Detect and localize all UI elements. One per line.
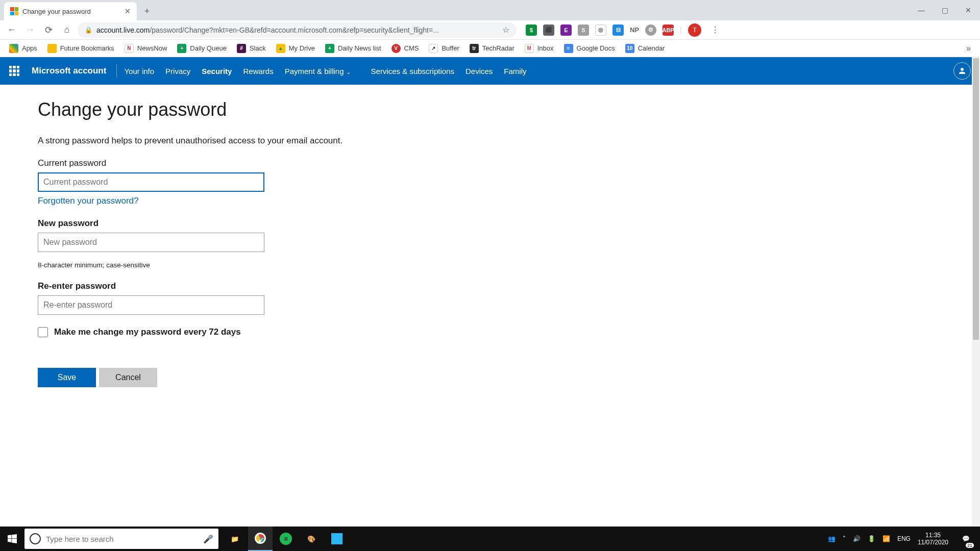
extension-icon[interactable]: ⬛ bbox=[543, 24, 554, 36]
cortana-icon bbox=[30, 533, 41, 544]
nav-payment-billing[interactable]: Payment & billing⌄ bbox=[285, 67, 351, 76]
current-password-group: Current password Forgotten your password… bbox=[38, 158, 980, 206]
file-explorer-icon[interactable]: 📁 bbox=[223, 527, 247, 551]
address-bar[interactable]: 🔒 account.live.com/password/Change?mkt=e… bbox=[78, 22, 517, 38]
nav-family[interactable]: Family bbox=[504, 67, 526, 76]
browser-tab-strip: Change your password ✕ + — ▢ ✕ bbox=[0, 0, 980, 20]
back-button[interactable]: ← bbox=[4, 22, 19, 38]
save-button[interactable]: Save bbox=[38, 368, 96, 387]
bookmark-item[interactable]: MInbox bbox=[525, 44, 554, 53]
button-row: Save Cancel bbox=[38, 368, 980, 387]
taskbar-apps: 📁 ≡ 🎨 bbox=[223, 527, 349, 551]
nav-devices[interactable]: Devices bbox=[465, 67, 493, 76]
bookmark-item[interactable]: ↗Buffer bbox=[429, 44, 459, 53]
extension-icon[interactable]: $ bbox=[526, 24, 537, 36]
spotify-icon[interactable]: ≡ bbox=[274, 527, 298, 551]
volume-icon[interactable]: 🔊 bbox=[853, 535, 861, 542]
new-password-input[interactable] bbox=[38, 233, 264, 252]
paint-icon[interactable]: 🎨 bbox=[299, 527, 324, 551]
change-every-72-days-checkbox[interactable] bbox=[38, 327, 48, 337]
app-launcher-icon[interactable] bbox=[9, 66, 19, 76]
tab-title: Change your password bbox=[22, 8, 120, 15]
chrome-icon[interactable] bbox=[248, 527, 273, 551]
microsoft-favicon bbox=[10, 7, 18, 15]
new-password-group: New password 8-character minimum; case-s… bbox=[38, 218, 980, 269]
bookmark-item[interactable]: 10Calendar bbox=[625, 44, 665, 53]
maximize-button[interactable]: ▢ bbox=[933, 2, 957, 18]
minimize-button[interactable]: — bbox=[910, 2, 933, 18]
forgot-password-link[interactable]: Forgotten your password? bbox=[38, 196, 139, 206]
bookmark-star-icon[interactable]: ☆ bbox=[502, 25, 509, 35]
change-every-72-days-row[interactable]: Make me change my password every 72 days bbox=[38, 327, 980, 337]
extension-icons: $ ⬛ E S ◎ ⊟ NP ⚙ ABP | T ⋮ bbox=[526, 22, 723, 38]
bookmark-item[interactable]: Future Bookmarks bbox=[47, 44, 114, 53]
browser-toolbar: ← → ⟳ ⌂ 🔒 account.live.com/password/Chan… bbox=[0, 20, 980, 40]
bookmark-item[interactable]: #Slack bbox=[237, 44, 266, 53]
ms-account-header: Microsoft account Your info Privacy Secu… bbox=[0, 57, 980, 85]
extension-np[interactable]: NP bbox=[630, 26, 639, 34]
extension-icon[interactable]: S bbox=[578, 24, 589, 36]
account-avatar-button[interactable] bbox=[953, 62, 971, 80]
extension-icon[interactable]: ◎ bbox=[595, 24, 606, 36]
extension-icon[interactable]: ⊟ bbox=[612, 24, 624, 36]
bookmarks-bar: Apps Future Bookmarks NNewsNow +Daily Qu… bbox=[0, 40, 980, 57]
current-password-input[interactable] bbox=[38, 172, 264, 192]
battery-icon[interactable]: 🔋 bbox=[868, 535, 875, 542]
tray-chevron-icon[interactable]: ˄ bbox=[843, 535, 846, 542]
action-center-icon[interactable]: 💬21 bbox=[955, 527, 976, 551]
extension-settings-icon[interactable]: ⚙ bbox=[645, 24, 656, 36]
brand-label[interactable]: Microsoft account bbox=[32, 66, 106, 76]
bookmark-item[interactable]: ▲My Drive bbox=[276, 44, 315, 53]
wifi-icon[interactable]: 📶 bbox=[883, 535, 890, 542]
bookmarks-overflow-button[interactable]: » bbox=[966, 44, 971, 53]
password-hint: 8-character minimum; case-sensitive bbox=[38, 261, 980, 269]
people-icon[interactable]: 👥 bbox=[828, 535, 836, 542]
bookmark-item[interactable]: NNewsNow bbox=[125, 44, 167, 53]
lock-icon: 🔒 bbox=[85, 27, 92, 34]
browser-tab[interactable]: Change your password ✕ bbox=[4, 2, 137, 20]
search-box[interactable]: 🎤 bbox=[24, 529, 218, 549]
page-title: Change your password bbox=[38, 99, 980, 120]
window-controls: — ▢ ✕ bbox=[910, 0, 980, 20]
nav-privacy[interactable]: Privacy bbox=[165, 67, 190, 76]
nav-rewards[interactable]: Rewards bbox=[243, 67, 273, 76]
current-password-label: Current password bbox=[38, 158, 980, 168]
search-input[interactable] bbox=[46, 535, 198, 543]
mic-icon[interactable]: 🎤 bbox=[203, 534, 213, 544]
bookmark-item[interactable]: trTechRadar bbox=[470, 44, 514, 53]
nav-security[interactable]: Security bbox=[202, 67, 232, 76]
bookmark-item[interactable]: VCMS bbox=[391, 44, 419, 53]
bookmark-item[interactable]: ≡Google Docs bbox=[564, 44, 615, 53]
bookmark-item[interactable]: +Daily Queue bbox=[177, 44, 227, 53]
cancel-button[interactable]: Cancel bbox=[99, 368, 157, 387]
chevron-down-icon: ⌄ bbox=[346, 69, 351, 75]
bookmark-apps[interactable]: Apps bbox=[9, 44, 37, 53]
person-icon bbox=[958, 66, 967, 76]
nav-services[interactable]: Services & subscriptions bbox=[371, 67, 454, 76]
extension-icon[interactable]: E bbox=[560, 24, 572, 36]
home-button[interactable]: ⌂ bbox=[59, 22, 75, 38]
forward-button[interactable]: → bbox=[22, 22, 38, 38]
bookmark-item[interactable]: +Daily News list bbox=[325, 44, 381, 53]
extension-abp[interactable]: ABP bbox=[663, 24, 674, 36]
clock[interactable]: 11:35 11/07/2020 bbox=[918, 532, 948, 546]
reload-button[interactable]: ⟳ bbox=[41, 22, 56, 38]
ms-nav: Your info Privacy Security Rewards Payme… bbox=[124, 67, 526, 76]
reenter-password-group: Re-enter password bbox=[38, 281, 980, 315]
page-subtitle: A strong password helps to prevent unaut… bbox=[38, 136, 980, 146]
page-content: Change your password A strong password h… bbox=[0, 85, 980, 445]
windows-logo-icon bbox=[8, 534, 17, 543]
browser-menu-button[interactable]: ⋮ bbox=[707, 22, 723, 38]
close-tab-icon[interactable]: ✕ bbox=[125, 7, 131, 15]
app-icon[interactable] bbox=[325, 527, 349, 551]
clock-date: 11/07/2020 bbox=[918, 539, 948, 546]
new-tab-button[interactable]: + bbox=[140, 4, 154, 18]
nav-your-info[interactable]: Your info bbox=[124, 67, 154, 76]
close-window-button[interactable]: ✕ bbox=[957, 2, 980, 18]
profile-avatar[interactable]: T bbox=[688, 23, 701, 37]
language-indicator[interactable]: ENG bbox=[897, 535, 911, 542]
scrollbar-thumb[interactable] bbox=[973, 58, 979, 340]
scrollbar[interactable] bbox=[972, 57, 980, 527]
start-button[interactable] bbox=[0, 527, 24, 551]
reenter-password-input[interactable] bbox=[38, 295, 264, 315]
